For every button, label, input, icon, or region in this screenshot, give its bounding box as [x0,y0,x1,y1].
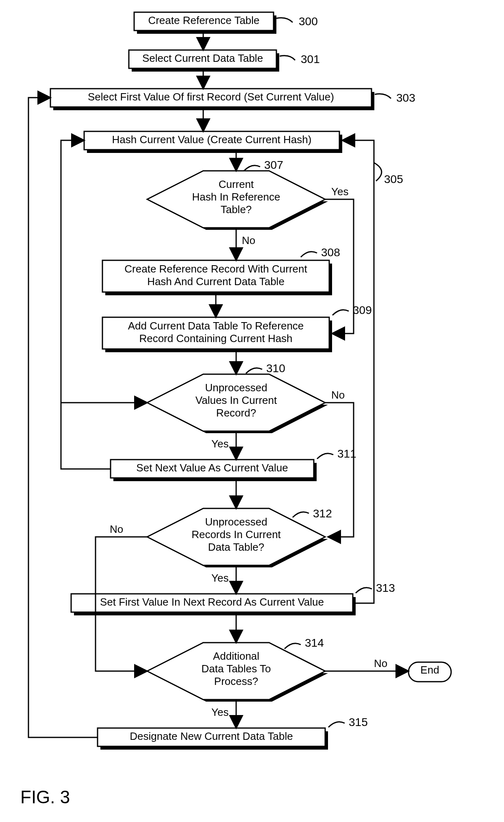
node-309-l2: Record Containing Current Hash [102,332,329,345]
edge-307-yes: Yes [331,185,348,198]
ref-305: 305 [384,173,403,185]
ref-308: 308 [321,246,340,259]
node-314-l2: Data Tables To [163,663,310,675]
ref-312: 312 [313,507,332,520]
node-310-l2: Values In Current [163,394,310,407]
ref-314: 314 [305,637,324,649]
node-300-text: Create Reference Table [134,14,274,27]
node-309: Add Current Data Table To Reference Reco… [102,304,372,352]
node-307-l1: Current [163,178,310,191]
node-310-l3: Record? [163,407,310,419]
node-314: Additional Data Tables To Process? 314 [147,637,328,702]
node-312-l2: Records In Current [163,528,310,541]
node-312-l3: Data Table? [163,541,310,554]
node-312: Unprocessed Records In Current Data Tabl… [147,507,332,567]
node-310-l1: Unprocessed [163,382,310,394]
node-308-l1: Create Reference Record With Current [102,263,329,275]
node-303: Select First Value Of first Record (Set … [50,89,415,110]
ref-315: 315 [349,716,368,728]
node-307-l2: Hash In Reference [163,191,310,203]
node-308-l2: Hash And Current Data Table [102,275,329,288]
ref-300: 300 [299,15,318,28]
figure-label: FIG. 3 [20,787,70,807]
node-307: Current Hash In Reference Table? 307 [147,150,342,230]
node-303-text: Select First Value Of first Record (Set … [50,91,371,103]
node-311-text: Set Next Value As Current Value [111,462,314,474]
node-313: Set First Value In Next Record As Curren… [71,582,395,615]
node-307-l3: Table? [163,203,310,216]
node-301: Select Current Data Table 301 [129,50,320,72]
node-305-text: Hash Current Value (Create Current Hash) [84,133,339,146]
node-end-text: End [408,664,451,676]
node-314-l1: Additional [163,650,310,663]
node-309-l1: Add Current Data Table To Reference [102,320,329,332]
node-315-text: Designate New Current Data Table [98,730,325,743]
ref-307: 307 [264,159,283,171]
node-300: Create Reference Table 300 [134,12,318,34]
ref-309: 309 [353,304,372,316]
edge-312-yes: Yes [211,572,228,584]
ref-301: 301 [301,53,320,65]
edge-307-no: No [242,234,255,246]
edge-314-yes: Yes [211,706,228,718]
ref-303: 303 [396,92,415,104]
node-315: Designate New Current Data Table 315 [98,716,368,750]
edge-310-no: No [331,389,345,401]
ref-313: 313 [376,582,395,594]
ref-310: 310 [266,362,285,375]
node-314-l3: Process? [163,675,310,688]
edge-314-no: No [374,657,387,669]
flowchart: Create Reference Table 300 Select Curren… [0,0,504,822]
edge-310-yes: Yes [211,438,228,450]
node-312-l1: Unprocessed [163,516,310,528]
node-313-text: Set First Value In Next Record As Curren… [71,596,353,608]
node-308: Create Reference Record With Current Has… [102,246,340,295]
edge-312-no: No [110,523,123,535]
node-311: Set Next Value As Current Value 311 [111,447,356,481]
node-310: Unprocessed Values In Current Record? 31… [147,362,328,433]
node-301-text: Select Current Data Table [129,52,276,65]
node-end: End [408,662,451,682]
